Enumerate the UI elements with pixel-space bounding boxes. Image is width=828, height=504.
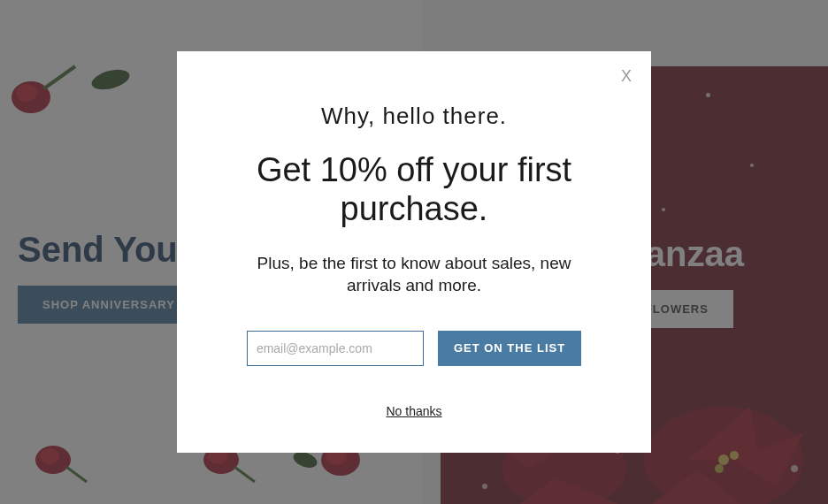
no-thanks-link[interactable]: No thanks <box>386 404 441 418</box>
modal-subtext: Plus, be the first to know about sales, … <box>221 253 607 296</box>
email-input[interactable] <box>247 331 424 366</box>
signup-modal: X Why, hello there. Get 10% off your fir… <box>177 51 651 453</box>
modal-greeting: Why, hello there. <box>221 103 607 130</box>
submit-button[interactable]: GET ON THE LIST <box>438 331 581 366</box>
close-button[interactable]: X <box>621 67 632 86</box>
modal-overlay[interactable]: X Why, hello there. Get 10% off your fir… <box>0 0 828 504</box>
signup-form: GET ON THE LIST <box>221 331 607 366</box>
modal-headline: Get 10% off your first purchase. <box>221 151 607 228</box>
